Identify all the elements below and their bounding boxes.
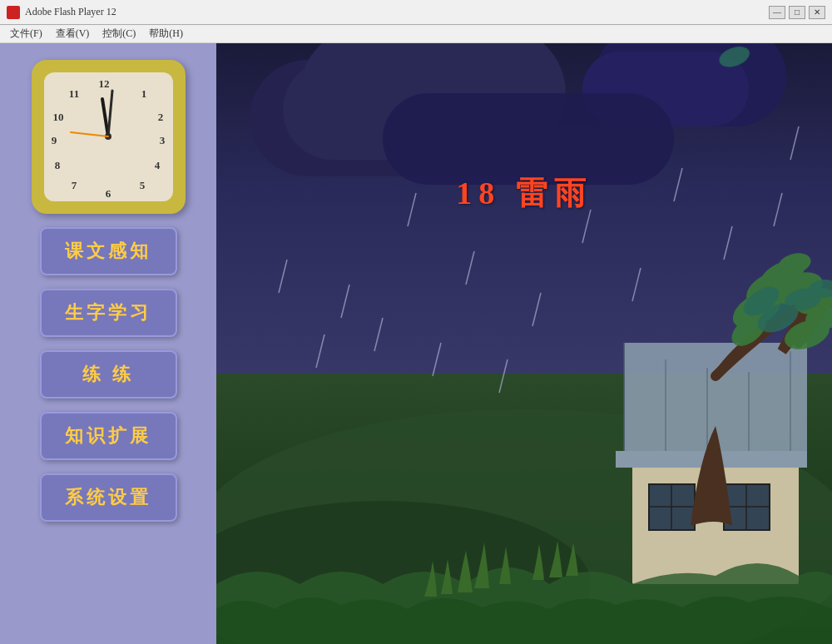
main-content: 12 1 2 3 4 5 6 7 8 9 10 11: [0, 43, 832, 644]
svg-text:4: 4: [154, 159, 160, 171]
nav-btn-zhishikuozhan[interactable]: 知识扩展: [40, 412, 177, 460]
svg-point-60: [716, 43, 752, 71]
svg-line-29: [433, 343, 441, 376]
nav-btn-shengzixuexi[interactable]: 生字学习: [40, 289, 177, 337]
clock-svg: 12 1 2 3 4 5 6 7 8 9 10 11: [44, 72, 173, 201]
nav-btn-label-4: 系统设置: [65, 485, 151, 510]
nav-btn-label-2: 练 练: [82, 362, 134, 387]
app-icon: [7, 6, 20, 19]
clock-container: 12 1 2 3 4 5 6 7 8 9 10 11: [32, 60, 186, 214]
svg-line-15: [71, 132, 108, 136]
nav-btn-lianlian[interactable]: 练 练: [40, 350, 177, 399]
svg-line-16: [279, 260, 287, 293]
nav-btn-label-0: 课文感知: [65, 239, 151, 264]
svg-text:7: 7: [71, 179, 77, 191]
svg-line-21: [582, 210, 591, 243]
minimize-button[interactable]: —: [769, 6, 785, 19]
window-controls: — □ ✕: [769, 6, 825, 19]
svg-line-27: [316, 334, 324, 368]
menu-bar: 文件(F) 查看(V) 控制(C) 帮助(H): [0, 25, 832, 43]
nav-btn-label-3: 知识扩展: [65, 424, 151, 448]
menu-help[interactable]: 帮助(H): [142, 25, 190, 42]
svg-text:1: 1: [141, 87, 146, 100]
svg-line-19: [466, 251, 474, 285]
svg-line-22: [632, 268, 641, 301]
svg-line-23: [674, 168, 682, 201]
svg-line-30: [499, 359, 508, 393]
svg-text:8: 8: [54, 159, 60, 171]
svg-text:11: 11: [68, 87, 78, 100]
svg-text:2: 2: [157, 111, 163, 123]
left-panel: 12 1 2 3 4 5 6 7 8 9 10 11: [0, 43, 216, 644]
title-bar: Adobe Flash Player 12 — □ ✕: [0, 0, 832, 25]
menu-view[interactable]: 查看(V): [49, 25, 97, 42]
svg-line-13: [102, 99, 108, 136]
svg-text:12: 12: [98, 77, 109, 90]
scene-illustration: [216, 43, 832, 644]
clock-face: 12 1 2 3 4 5 6 7 8 9 10 11: [44, 72, 173, 201]
svg-line-20: [532, 293, 541, 326]
svg-text:3: 3: [159, 134, 165, 146]
nav-btn-xitongshezhi[interactable]: 系统设置: [40, 473, 177, 522]
maximize-button[interactable]: □: [789, 6, 805, 19]
close-button[interactable]: ✕: [809, 6, 825, 19]
svg-line-24: [724, 226, 732, 260]
menu-file[interactable]: 文件(F): [3, 25, 49, 42]
svg-line-26: [790, 126, 799, 160]
svg-line-28: [374, 318, 383, 351]
svg-text:10: 10: [52, 111, 63, 123]
nav-btn-label-1: 生字学习: [65, 300, 151, 325]
nav-btn-kewenganren[interactable]: 课文感知: [40, 227, 177, 275]
svg-line-14: [108, 91, 112, 136]
svg-text:9: 9: [51, 134, 57, 146]
title-bar-text: Adobe Flash Player 12: [25, 6, 769, 18]
menu-control[interactable]: 控制(C): [96, 25, 142, 42]
svg-line-17: [341, 285, 349, 318]
scene-panel: 18 雷雨: [216, 43, 832, 644]
svg-line-25: [774, 193, 782, 226]
svg-text:6: 6: [105, 187, 111, 200]
svg-line-18: [408, 193, 416, 226]
svg-text:5: 5: [139, 179, 145, 191]
